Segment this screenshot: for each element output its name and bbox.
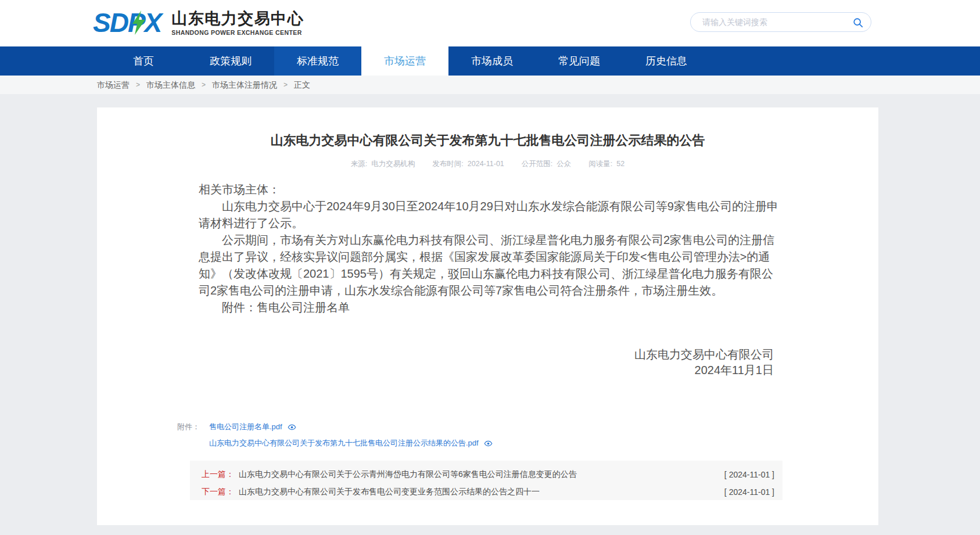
nav-item-home[interactable]: 首页 (100, 46, 187, 76)
preview-eye-icon[interactable] (288, 423, 296, 432)
article-card: 山东电力交易中心有限公司关于发布第九十七批售电公司注册公示结果的公告 来源:电力… (97, 107, 878, 525)
paragraph: 山东电力交易中心于2024年9月30日至2024年10月29日对山东水发综合能源… (199, 198, 778, 232)
meta-scope-label: 公开范围: (522, 160, 552, 168)
lightning-bolt-icon (131, 10, 146, 35)
search-input[interactable] (701, 14, 846, 30)
next-article-row: 下一篇： 山东电力交易中心有限公司关于发布售电公司变更业务范围公示结果的公告之四… (202, 485, 774, 499)
nav-item-policy-rules[interactable]: 政策规则 (187, 46, 274, 76)
meta-views: 阅读量:52 (588, 159, 624, 169)
site-header: SDPX 山东电力交易中心 SHANDONG POWER EXCHANGE CE… (0, 0, 980, 46)
logo[interactable]: SDPX 山东电力交易中心 SHANDONG POWER EXCHANGE CE… (93, 8, 304, 38)
breadcrumb-item-current: 正文 (294, 76, 310, 94)
breadcrumb-separator: > (136, 76, 140, 94)
nav-item-market-operation[interactable]: 市场运营 (361, 46, 448, 76)
paragraph: 公示期间，市场有关方对山东赢伦电力科技有限公司、浙江绿星普化电力服务有限公司2家… (199, 232, 778, 299)
page-title: 山东电力交易中心有限公司关于发布第九十七批售电公司注册公示结果的公告 (97, 107, 878, 149)
meta-views-label: 阅读量: (588, 160, 612, 168)
prev-article-date: [ 2024-11-01 ] (724, 470, 774, 479)
main-nav-items: 首页 政策规则 标准规范 市场运营 市场成员 常见问题 历史信息 (100, 46, 980, 76)
breadcrumb-bar: 市场运营 > 市场主体信息 > 市场主体注册情况 > 正文 (0, 76, 980, 94)
breadcrumb: 市场运营 > 市场主体信息 > 市场主体注册情况 > 正文 (97, 76, 980, 94)
brand-text: 山东电力交易中心 SHANDONG POWER EXCHANGE CENTER (171, 10, 304, 36)
next-article-date: [ 2024-11-01 ] (724, 487, 774, 497)
preview-eye-icon[interactable] (484, 439, 493, 448)
paragraph: 附件：售电公司注册名单 (199, 299, 778, 316)
prev-article-row: 上一篇： 山东电力交易中心有限公司关于公示青州海岱电力有限公司等6家售电公司注册… (202, 468, 774, 482)
article-signature: 山东电力交易中心有限公司 2024年11月1日 (634, 347, 774, 378)
brand-name-en: SHANDONG POWER EXCHANGE CENTER (171, 29, 304, 36)
search-icon[interactable] (853, 17, 863, 28)
breadcrumb-separator: > (202, 76, 206, 94)
breadcrumb-item-market-operation[interactable]: 市场运营 (97, 76, 130, 94)
breadcrumb-separator: > (283, 76, 288, 94)
paragraph: 相关市场主体： (199, 181, 778, 198)
meta-source: 来源:电力交易机构 (351, 159, 415, 169)
nav-item-market-members[interactable]: 市场成员 (448, 46, 536, 76)
logo-text: SDPX (93, 8, 161, 38)
attachment-file-name: 售电公司注册名单.pdf (209, 422, 282, 432)
meta-publish-label: 发布时间: (432, 160, 463, 168)
next-article-link[interactable]: 山东电力交易中心有限公司关于发布售电公司变更业务范围公示结果的公告之四十一 (239, 487, 713, 497)
attachments-label: 附件： (177, 422, 200, 432)
main-nav: 首页 政策规则 标准规范 市场运营 市场成员 常见问题 历史信息 (0, 46, 980, 76)
signature-date: 2024年11月1日 (634, 362, 774, 378)
brand-name-zh: 山东电力交易中心 (171, 10, 304, 27)
signature-company: 山东电力交易中心有限公司 (634, 347, 774, 362)
breadcrumb-item-registration-status[interactable]: 市场主体注册情况 (212, 76, 277, 94)
nav-item-standards[interactable]: 标准规范 (274, 46, 361, 76)
meta-source-label: 来源: (351, 160, 367, 168)
nav-item-faq[interactable]: 常见问题 (536, 46, 623, 76)
attachment-link-announcement-pdf[interactable]: 山东电力交易中心有限公司关于发布第九十七批售电公司注册公示结果的公告.pdf (209, 438, 493, 448)
sdpx-logo-mark: SDPX (93, 8, 167, 38)
attachment-file-name: 山东电力交易中心有限公司关于发布第九十七批售电公司注册公示结果的公告.pdf (209, 438, 479, 448)
meta-scope: 公开范围:公众 (522, 159, 571, 169)
attachments: 附件： 售电公司注册名单.pdf 山东电力交易中心有限公司关于发布第九十七批售电… (177, 420, 493, 450)
prev-article-label: 上一篇： (202, 469, 234, 480)
article-meta: 来源:电力交易机构 发布时间:2024-11-01 公开范围:公众 阅读量:52 (97, 159, 878, 169)
meta-scope-value: 公众 (557, 160, 571, 168)
meta-publish-value: 2024-11-01 (468, 160, 504, 168)
prev-article-link[interactable]: 山东电力交易中心有限公司关于公示青州海岱电力有限公司等6家售电公司注册信息变更的… (239, 469, 713, 480)
search-box (690, 12, 871, 32)
article-body: 相关市场主体： 山东电力交易中心于2024年9月30日至2024年10月29日对… (199, 181, 778, 316)
attachment-row: 山东电力交易中心有限公司关于发布第九十七批售电公司注册公示结果的公告.pdf (177, 436, 493, 450)
meta-publish-time: 发布时间:2024-11-01 (432, 159, 504, 169)
meta-source-value: 电力交易机构 (371, 160, 415, 168)
attachment-row: 附件： 售电公司注册名单.pdf (177, 420, 493, 434)
prev-next-box: 上一篇： 山东电力交易中心有限公司关于公示青州海岱电力有限公司等6家售电公司注册… (190, 461, 782, 500)
meta-views-value: 52 (616, 160, 624, 168)
attachment-link-registration-list[interactable]: 售电公司注册名单.pdf (209, 422, 296, 432)
nav-item-history-info[interactable]: 历史信息 (623, 46, 710, 76)
next-article-label: 下一篇： (202, 487, 234, 497)
breadcrumb-item-market-subject-info[interactable]: 市场主体信息 (146, 76, 195, 94)
